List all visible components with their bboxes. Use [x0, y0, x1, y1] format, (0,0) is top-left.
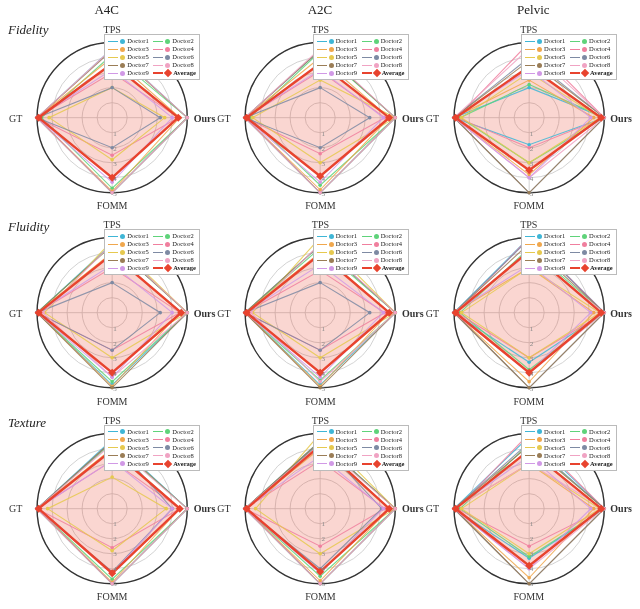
legend-item-doctor2: Doctor2 — [153, 428, 196, 436]
legend-item-doctor8: Doctor8 — [362, 256, 405, 264]
figure-page: A4C A2C Pelvic Fidelity Fluidity Texture… — [0, 0, 640, 609]
legend-item-doctor1: Doctor1 — [525, 37, 568, 45]
svg-point-30 — [110, 86, 114, 90]
legend-item-doctor3: Doctor3 — [317, 45, 360, 53]
legend-item-doctor4: Doctor4 — [362, 436, 405, 444]
legend-item-doctor9: Doctor9 — [525, 264, 568, 272]
legend-item-doctor6: Doctor6 — [153, 444, 196, 452]
legend-item-average: Average — [570, 460, 613, 468]
legend-item-average: Average — [153, 264, 196, 272]
legend-item-doctor5: Doctor5 — [108, 444, 151, 452]
radar-fidelity-pelvic: TPSOursFOMMGT12345Doctor1Doctor2Doctor3D… — [425, 20, 633, 215]
legend-box: Doctor1Doctor2Doctor3Doctor4Doctor5Docto… — [104, 229, 200, 275]
legend-box: Doctor1Doctor2Doctor3Doctor4Doctor5Docto… — [521, 425, 617, 471]
chart-grid: TPSOursFOMMGT12345Doctor1Doctor2Doctor3D… — [8, 20, 633, 606]
legend-item-doctor4: Doctor4 — [570, 45, 613, 53]
svg-point-106 — [527, 83, 531, 87]
legend-item-doctor3: Doctor3 — [108, 240, 151, 248]
svg-point-135 — [589, 116, 593, 120]
svg-point-169 — [158, 311, 162, 315]
radar-fidelity-a4c: TPSOursFOMMGT12345Doctor1Doctor2Doctor3D… — [8, 20, 216, 215]
legend-item-average: Average — [153, 460, 196, 468]
legend-item-average: Average — [362, 460, 405, 468]
legend-box: Doctor1Doctor2Doctor3Doctor4Doctor5Docto… — [104, 34, 200, 80]
radial-ticks: 12345 — [319, 313, 321, 403]
axis-label-gt: GT — [217, 503, 230, 514]
svg-point-181 — [170, 311, 174, 315]
svg-point-397 — [459, 507, 463, 511]
axis-label-gt: GT — [426, 112, 439, 123]
legend-item-doctor6: Doctor6 — [153, 53, 196, 61]
legend-item-doctor4: Doctor4 — [362, 240, 405, 248]
legend-item-doctor9: Doctor9 — [317, 264, 360, 272]
legend-item-doctor6: Doctor6 — [362, 53, 405, 61]
legend-box: Doctor1Doctor2Doctor3Doctor4Doctor5Docto… — [313, 34, 409, 80]
svg-point-177 — [185, 311, 189, 315]
legend-item-doctor5: Doctor5 — [525, 248, 568, 256]
svg-point-361 — [394, 507, 398, 511]
legend-item-doctor8: Doctor8 — [153, 256, 196, 264]
svg-point-168 — [110, 281, 114, 285]
legend-item-doctor9: Doctor9 — [108, 264, 151, 272]
legend-item-doctor3: Doctor3 — [525, 436, 568, 444]
svg-point-302 — [110, 475, 114, 479]
svg-point-77 — [368, 116, 372, 120]
radar-texture-a2c: TPSOursFOMMGT12345Doctor1Doctor2Doctor3D… — [216, 411, 424, 606]
svg-point-411 — [589, 507, 593, 511]
radar-texture-a4c: TPSOursFOMMGT12345Doctor1Doctor2Doctor3D… — [8, 411, 216, 606]
legend-item-doctor8: Doctor8 — [570, 452, 613, 460]
radar-fluidity-a2c: TPSOursFOMMGT12345Doctor1Doctor2Doctor3D… — [216, 215, 424, 410]
legend-item-doctor4: Doctor4 — [153, 436, 196, 444]
svg-point-227 — [382, 311, 386, 315]
svg-point-259 — [459, 311, 463, 315]
legend-item-doctor9: Doctor9 — [525, 69, 568, 77]
legend-item-doctor9: Doctor9 — [317, 460, 360, 468]
legend-item-doctor3: Doctor3 — [317, 240, 360, 248]
radial-ticks: 12345 — [111, 118, 113, 208]
legend-item-average: Average — [362, 69, 405, 77]
axis-label-ours: Ours — [194, 307, 216, 318]
legend-item-average: Average — [362, 264, 405, 272]
radial-ticks: 12345 — [111, 313, 113, 403]
axis-label-ours: Ours — [402, 503, 424, 514]
legend-item-doctor6: Doctor6 — [362, 248, 405, 256]
svg-point-121 — [459, 116, 463, 120]
svg-point-76 — [319, 86, 323, 90]
radial-ticks: 12345 — [319, 508, 321, 598]
axis-label-ours: Ours — [610, 112, 632, 123]
legend-item-doctor5: Doctor5 — [108, 248, 151, 256]
legend-item-doctor5: Doctor5 — [317, 444, 360, 452]
col-title-pelvic: Pelvic — [427, 2, 640, 20]
legend-item-doctor3: Doctor3 — [108, 45, 151, 53]
legend-item-doctor6: Doctor6 — [570, 248, 613, 256]
svg-point-351 — [254, 507, 258, 511]
legend-item-doctor9: Doctor9 — [317, 69, 360, 77]
axis-label-ours: Ours — [402, 307, 424, 318]
legend-item-doctor8: Doctor8 — [570, 61, 613, 69]
axis-label-ours: Ours — [610, 503, 632, 514]
legend-item-doctor4: Doctor4 — [362, 45, 405, 53]
legend-item-doctor5: Doctor5 — [108, 53, 151, 61]
svg-point-29 — [47, 116, 51, 120]
radar-fidelity-a2c: TPSOursFOMMGT12345Doctor1Doctor2Doctor3D… — [216, 20, 424, 215]
svg-point-85 — [394, 116, 398, 120]
svg-point-273 — [589, 311, 593, 315]
legend-item-doctor2: Doctor2 — [362, 428, 405, 436]
legend-item-doctor8: Doctor8 — [153, 61, 196, 69]
legend-item-doctor6: Doctor6 — [153, 248, 196, 256]
legend-item-doctor7: Doctor7 — [108, 452, 151, 460]
legend-item-doctor4: Doctor4 — [570, 240, 613, 248]
legend-item-average: Average — [570, 264, 613, 272]
legend-item-doctor9: Doctor9 — [108, 69, 151, 77]
legend-item-doctor1: Doctor1 — [317, 232, 360, 240]
svg-point-75 — [251, 116, 255, 120]
radar-texture-pelvic: TPSOursFOMMGT12345Doctor1Doctor2Doctor3D… — [425, 411, 633, 606]
legend-item-doctor7: Doctor7 — [317, 256, 360, 264]
legend-item-doctor2: Doctor2 — [153, 37, 196, 45]
col-title-a2c: A2C — [213, 2, 426, 20]
legend-box: Doctor1Doctor2Doctor3Doctor4Doctor5Docto… — [104, 425, 200, 471]
legend-item-doctor2: Doctor2 — [570, 37, 613, 45]
legend-item-doctor8: Doctor8 — [153, 452, 196, 460]
svg-point-315 — [185, 507, 189, 511]
legend-item-doctor5: Doctor5 — [525, 53, 568, 61]
